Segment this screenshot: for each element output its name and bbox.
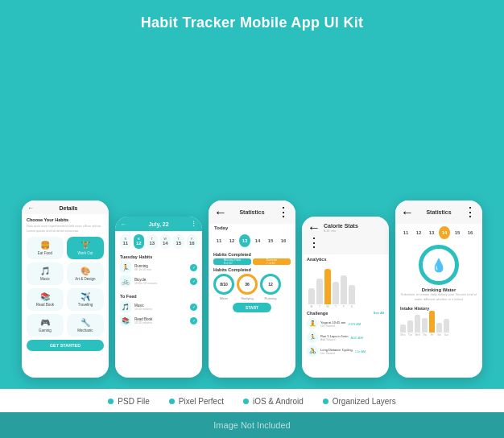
p4-sub: 8:31 min (324, 229, 358, 233)
p2-habit-music: 🎵 Music 10 30 minutes ✓ (120, 301, 197, 312)
p3-day-5: 15 (265, 234, 276, 247)
phone-4: ← Calorie Stats 8:31 min ⋮ Analytics M T (302, 217, 389, 378)
intake-bar-sat (436, 323, 442, 333)
extra-ring: 12 (260, 274, 281, 295)
travel-icon: ✈️ (81, 292, 90, 301)
running-check: ✓ (190, 264, 197, 271)
see-all-link[interactable]: See All (374, 311, 384, 316)
bicycle-icon: 🚲 (120, 275, 131, 287)
p3-day-3: 13 (239, 234, 250, 247)
art-label: Art & Design (75, 277, 95, 281)
water-desc: Substitute to remain daily dietary your … (400, 292, 477, 301)
intake-col-sat: Sat (436, 323, 442, 337)
challenge-item-2: 🏃 Run 5 Laps in 1min Add Started ADD AM (307, 332, 384, 343)
habit-item-read: 📚 Read Book (27, 288, 64, 311)
bar-6 (349, 285, 355, 304)
gaming-icon: 🎮 (40, 318, 50, 327)
habit-item-mechanic: 🔧 Mechanic (67, 314, 104, 337)
back-arrow-icon: ← (27, 205, 34, 212)
habit-item-workout: 🏋️ Work Out (67, 237, 104, 259)
p3-bars: Monday Habit8 of 10 Exercise7 of 10 (213, 258, 291, 265)
p3-circle-study: 36 Studying (237, 274, 258, 300)
p1-header-title: Details (60, 205, 78, 211)
intake-col-fri: Fri (429, 311, 435, 337)
mechanic-icon: 🔧 (81, 318, 90, 327)
bar-2 (316, 279, 323, 304)
footer-item-layers: Organized Layers (323, 397, 396, 406)
water-ring: 💧 (419, 245, 459, 285)
read-icon: 📚 (40, 292, 50, 301)
p3-date: Today (209, 224, 295, 232)
p2-back-icon: ← (121, 221, 126, 227)
page-title: Habit Tracker Mobile App UI Kit (8, 14, 496, 31)
bicycle-check: ✓ (190, 278, 197, 285)
intake-chart: Mon Tue Wed Thu Fri Sat (395, 312, 482, 337)
bottom-note: Image Not Included (0, 412, 504, 438)
intake-bar-thu (422, 318, 428, 333)
intake-title: Intake History (395, 304, 482, 312)
footer-item-pixel: Pixel Perfect (169, 397, 224, 406)
bar-col-3: W (324, 269, 331, 308)
water-ring: 8/10 (213, 274, 234, 295)
habit-grid: 🍔 Eat Food 🏋️ Work Out 🎵 Music 🎨 Art & D… (27, 237, 104, 337)
workout-icon: 🏋️ (81, 241, 90, 250)
bar-4 (333, 282, 339, 304)
p2-header: ← July, 22 ⋮ (115, 217, 202, 231)
music-check: ✓ (190, 304, 197, 311)
p2-section-1: Tuesday Habits 🏃 Running 5K 1h 10 min ✓ … (115, 252, 202, 291)
p3-header: ← Statistics ⋮ (209, 200, 295, 224)
eat-label: Eat Food (38, 251, 52, 255)
phone-5: ← Statistics ⋮ 11 12 13 14 15 16 💧 Drink… (395, 200, 482, 378)
eat-icon: 🍔 (40, 241, 50, 250)
p5-more-icon: ⋮ (464, 205, 477, 220)
p2-read-icon: 📚 (120, 315, 131, 326)
bar-1 (308, 288, 315, 304)
p5-title: Statistics (426, 209, 451, 215)
add-button[interactable]: ADD AM (350, 336, 362, 340)
bar-col-2: T (316, 279, 323, 308)
cal-day-4: W14 (160, 234, 171, 249)
p2-more-icon: ⋮ (191, 221, 196, 227)
intake-col-sun: Sun (444, 319, 449, 337)
start-button[interactable]: START (233, 303, 271, 312)
music-icon: 🎵 (40, 267, 50, 275)
water-label: Water (220, 296, 229, 300)
p2-section-title-2: To Feed (120, 294, 197, 299)
p3-day-4: 14 (252, 234, 263, 247)
get-started-button[interactable]: GET STARTED (27, 340, 104, 351)
p3-circle-water: 8/10 Water (213, 274, 234, 300)
phone-1: ← Details Choose Your Habits Duis aute i… (22, 200, 109, 378)
p3-circles: 8/10 Water 36 Studying 12 Running (213, 274, 291, 300)
cycle-button[interactable]: 11e AM (355, 349, 366, 353)
p3-back-icon: ← (214, 205, 227, 220)
intake-col-tue: Tue (407, 320, 413, 337)
art-icon: 🎨 (81, 267, 90, 275)
phones-area: ← Details Choose Your Habits Duis aute i… (0, 41, 504, 389)
intake-bar-fri (429, 311, 435, 333)
cal-day-6: F16 (187, 234, 198, 249)
p3-day-2: 12 (226, 234, 238, 247)
p2-habit-readbook: 📚 Read Book 10 30 minutes ✓ (120, 315, 197, 326)
habit-item-music: 🎵 Music (27, 262, 64, 285)
p3-day-6: 16 (278, 234, 289, 247)
bottom-note-text: Image Not Included (213, 420, 290, 430)
intake-col-wed: Wed (415, 315, 420, 337)
ios-dot (243, 399, 249, 404)
p3-habits-title: Habits Completed (213, 252, 291, 257)
p5-day-4: 14 (439, 226, 450, 239)
running-text: Running 5K 1h 10 min (134, 264, 151, 271)
intake-col-mon: Mon (400, 324, 406, 337)
join-button[interactable]: JOIN AM (348, 322, 361, 326)
travel-label: Traveling (78, 303, 93, 307)
p3-bar-primary: Monday Habit8 of 10 (213, 258, 251, 265)
running-icon: 🏃 (120, 262, 131, 273)
read-label: Read Book (36, 303, 54, 307)
bar-col-5: F (341, 275, 347, 308)
p2-habit-bicycle: 🚲 Bicycle 10 Km 10 minutes ✓ (120, 275, 197, 287)
cal-day-2: M12 (134, 234, 145, 249)
p3-habits-section: Habits Completed Monday Habit8 of 10 Exe… (209, 250, 295, 315)
bar-3-accent (324, 269, 331, 304)
p3-title: Statistics (239, 209, 264, 215)
p5-day-1: 11 (400, 226, 411, 239)
habit-item-gaming: 🎮 Gaming (27, 314, 64, 337)
